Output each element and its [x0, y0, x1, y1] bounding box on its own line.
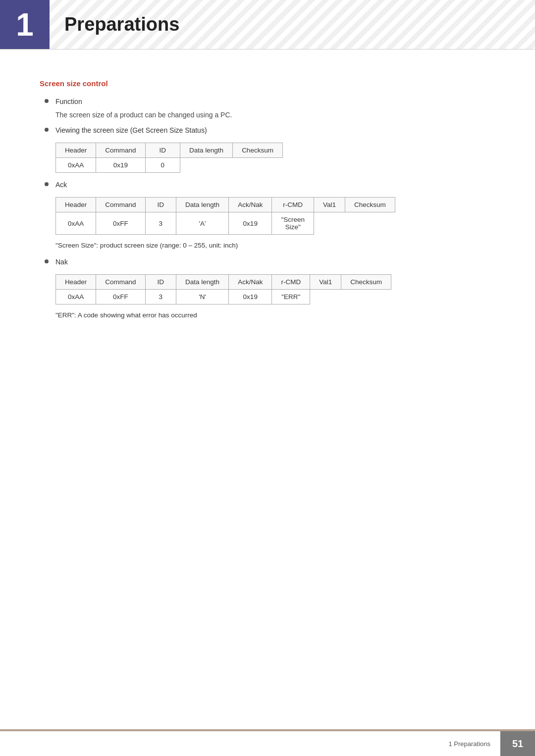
col-datalength-header: Data length	[180, 143, 233, 158]
ack-table: Header Command ID Data length Ack/Nak r-…	[55, 197, 395, 235]
nak-col-rcmd: r-CMD	[272, 275, 310, 290]
nak-col-header: Header	[56, 275, 96, 290]
nak-datalength-val: 3	[145, 290, 176, 304]
ack-rcmd-val: 0x19	[229, 212, 272, 235]
nak-header-val: 0xAA	[56, 290, 96, 304]
query-table-wrapper: Header Command ID Data length Checksum 0…	[55, 143, 495, 173]
nak-table-header-row: Header Command ID Data length Ack/Nak r-…	[56, 275, 391, 290]
bullet-viewing: Viewing the screen size (Get Screen Size…	[45, 125, 495, 136]
chapter-title: Preparations	[50, 0, 194, 49]
section-title: Screen size control	[40, 79, 495, 88]
query-command-val: 0x19	[96, 158, 145, 173]
ack-col-command: Command	[96, 198, 145, 212]
ack-col-acknak: Ack/Nak	[229, 198, 272, 212]
page-header: 1 Preparations	[0, 0, 535, 50]
nak-table-wrapper: Header Command ID Data length Ack/Nak r-…	[55, 274, 495, 304]
ack-table-data-row: 0xAA 0xFF 3 'A' 0x19 "ScreenSize"	[56, 212, 395, 235]
nak-col-id: ID	[145, 275, 176, 290]
nak-command-val: 0xFF	[96, 290, 145, 304]
bullet-function-subtext: The screen size of a product can be chan…	[55, 110, 232, 120]
ack-note: "Screen Size": product screen size (rang…	[55, 242, 495, 249]
nak-table-data-row: 0xAA 0xFF 3 'N' 0x19 "ERR"	[56, 290, 391, 304]
query-table-header-row: Header Command ID Data length Checksum	[56, 143, 283, 158]
ack-datalength-val: 3	[145, 212, 176, 235]
ack-col-header: Header	[56, 198, 96, 212]
bullet-dot-viewing	[45, 128, 49, 132]
bullet-function: Function The screen size of a product ca…	[45, 97, 495, 120]
col-header-header: Header	[56, 143, 96, 158]
col-id-header: ID	[145, 143, 180, 158]
nak-acknak-val: 'N'	[176, 290, 229, 304]
nak-col-val1: Val1	[310, 275, 341, 290]
col-command-header: Command	[96, 143, 145, 158]
nak-col-checksum: Checksum	[341, 275, 391, 290]
bullet-ack: Ack	[45, 180, 495, 190]
footer-text: 1 Preparations	[0, 731, 500, 756]
col-checksum-header: Checksum	[233, 143, 283, 158]
bullet-nak: Nak	[45, 257, 495, 267]
ack-table-header-row: Header Command ID Data length Ack/Nak r-…	[56, 198, 395, 212]
bullet-dot-function	[45, 99, 49, 103]
bullet-dot-nak	[45, 259, 49, 263]
ack-col-val1: Val1	[314, 198, 345, 212]
ack-col-rcmd: r-CMD	[272, 198, 314, 212]
page-content: Screen size control Function The screen …	[0, 69, 535, 366]
nak-label: Nak	[55, 257, 68, 267]
ack-label: Ack	[55, 180, 67, 190]
nak-col-datalength: Data length	[176, 275, 229, 290]
query-datalength-val: 0	[145, 158, 180, 173]
bullet-function-label: Function	[55, 97, 232, 107]
ack-val1-val: "ScreenSize"	[272, 212, 314, 235]
bullet-viewing-label: Viewing the screen size (Get Screen Size…	[55, 125, 207, 136]
nak-note: "ERR": A code showing what error has occ…	[55, 311, 495, 319]
query-table-data-row: 0xAA 0x19 0	[56, 158, 283, 173]
ack-col-id: ID	[145, 198, 176, 212]
footer-page-number: 51	[500, 731, 535, 756]
nak-val1-val: "ERR"	[272, 290, 310, 304]
ack-header-val: 0xAA	[56, 212, 96, 235]
query-header-val: 0xAA	[56, 158, 96, 173]
chapter-number: 1	[0, 0, 50, 49]
nak-col-acknak: Ack/Nak	[229, 275, 272, 290]
nak-col-command: Command	[96, 275, 145, 290]
ack-col-datalength: Data length	[176, 198, 229, 212]
ack-col-checksum: Checksum	[345, 198, 395, 212]
bullet-dot-ack	[45, 182, 49, 186]
nak-rcmd-val: 0x19	[229, 290, 272, 304]
nak-table: Header Command ID Data length Ack/Nak r-…	[55, 274, 391, 304]
ack-acknak-val: 'A'	[176, 212, 229, 235]
query-table: Header Command ID Data length Checksum 0…	[55, 143, 283, 173]
page-footer: 1 Preparations 51	[0, 731, 535, 756]
ack-table-wrapper: Header Command ID Data length Ack/Nak r-…	[55, 197, 495, 235]
ack-command-val: 0xFF	[96, 212, 145, 235]
